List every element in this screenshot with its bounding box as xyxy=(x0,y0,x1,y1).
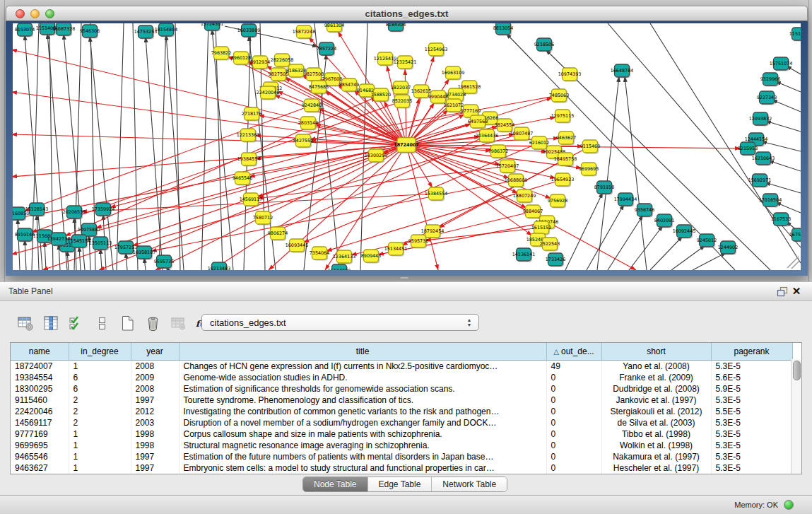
cell-year[interactable]: 2003 xyxy=(131,417,179,428)
graph-edge[interactable] xyxy=(24,105,312,211)
cell-pagerank[interactable]: 5.3E-5 xyxy=(711,361,792,373)
graph-node[interactable]: 7963822 xyxy=(211,47,231,61)
graph-edge[interactable] xyxy=(360,23,367,270)
graph-edge[interactable] xyxy=(768,160,801,171)
graph-node[interactable]: 7354064 xyxy=(310,247,329,261)
graph-node[interactable]: 18154804 xyxy=(155,23,178,37)
memory-status-led-icon[interactable] xyxy=(784,500,794,510)
column-header-out_de[interactable]: △out_de... xyxy=(546,343,601,361)
graph-node[interactable]: 11254963 xyxy=(425,43,448,57)
graph-node[interactable]: 16648784 xyxy=(611,64,634,78)
table-row[interactable]: 1456911722003Disruption of a novel membe… xyxy=(11,417,792,428)
cell-pagerank[interactable]: 5.5E-5 xyxy=(711,406,792,417)
graph-edge[interactable] xyxy=(201,23,208,270)
graph-edge[interactable] xyxy=(597,76,619,270)
graph-node[interactable]: 8193074 xyxy=(15,23,35,37)
graph-node[interactable]: 2803144 xyxy=(298,117,318,131)
graph-node[interactable]: 8919144 xyxy=(15,228,35,243)
graph-node[interactable]: 9115460 xyxy=(580,140,600,154)
cell-out_de[interactable]: 0 xyxy=(546,372,601,383)
cell-out_de[interactable]: 0 xyxy=(546,451,601,462)
cell-short[interactable]: Franke et al. (2009) xyxy=(601,372,711,383)
cell-name[interactable]: 9463627 xyxy=(11,462,69,474)
graph-edge[interactable] xyxy=(625,76,647,270)
graph-node[interactable]: 12325421 xyxy=(394,56,417,70)
graph-node[interactable]: 20206535 xyxy=(63,206,86,220)
graph-edge[interactable] xyxy=(74,23,81,270)
cell-short[interactable]: Yano et al. (2008) xyxy=(601,361,711,373)
graph-node[interactable]: 7580712 xyxy=(253,211,273,226)
cell-name[interactable]: 9465546 xyxy=(11,451,69,462)
network-canvas[interactable]: 7963822 8960128 8912934 28226058 9827505… xyxy=(13,23,801,270)
cell-year[interactable]: 2008 xyxy=(131,361,179,373)
graph-node[interactable]: 9827508 xyxy=(304,68,324,82)
cell-title[interactable]: Estimation of the future numbers of pati… xyxy=(179,451,546,462)
table-row[interactable]: 1872400712008Changes of HCN gene express… xyxy=(11,361,792,373)
graph-edge[interactable] xyxy=(406,145,438,270)
table-row[interactable]: 946554611997Estimation of the future num… xyxy=(11,451,792,462)
graph-node[interactable]: 8960128 xyxy=(231,52,251,66)
graph-node[interactable]: 2522543 xyxy=(540,238,560,252)
graph-node[interactable]: 9699695 xyxy=(579,163,599,177)
graph-edge[interactable] xyxy=(693,252,726,270)
cell-in_degree[interactable]: 1 xyxy=(69,440,131,451)
cell-in_degree[interactable]: 2 xyxy=(69,417,131,428)
graph-node[interactable]: 14136141 xyxy=(512,248,536,262)
graph-node[interactable]: 7857224 xyxy=(317,42,336,57)
graph-edge[interactable] xyxy=(406,145,741,148)
graph-node[interactable]: 8909443 xyxy=(361,250,381,264)
cell-title[interactable]: Genome-wide association studies in ADHD. xyxy=(179,372,546,383)
cell-pagerank[interactable]: 5.3E-5 xyxy=(711,417,792,428)
graph-node[interactable]: 10213483 xyxy=(208,262,231,270)
cell-pagerank[interactable]: 5.3E-5 xyxy=(711,451,792,462)
graph-node[interactable]: 9227343 xyxy=(757,91,777,105)
table-row[interactable]: 1830029562008Estimation of significance … xyxy=(11,383,792,395)
graph-node[interactable]: 7485063 xyxy=(549,89,569,103)
graph-node[interactable]: 9595738 xyxy=(408,235,428,249)
cell-out_de[interactable]: 0 xyxy=(546,406,601,417)
graph-edge[interactable] xyxy=(67,250,69,270)
graph-edge[interactable] xyxy=(775,202,801,213)
table-row[interactable]: 969969511998Structural magnetic resonanc… xyxy=(11,440,792,451)
column-header-short[interactable]: short xyxy=(601,343,711,361)
graph-edge[interactable] xyxy=(13,49,406,145)
cell-out_de[interactable]: 0 xyxy=(546,417,601,428)
graph-edge[interactable] xyxy=(126,252,127,270)
cell-short[interactable]: Hescheler et al. (1997) xyxy=(601,462,711,474)
cell-title[interactable]: Changes of HCN gene expression and I(f) … xyxy=(179,361,546,373)
cell-short[interactable]: Jankovic et al. (1997) xyxy=(601,395,711,406)
graph-node[interactable]: 16093445 xyxy=(286,239,309,253)
cell-out_de[interactable]: 0 xyxy=(546,428,601,440)
cell-short[interactable]: Tibbo et al. (1998) xyxy=(601,428,711,440)
column-header-pagerank[interactable]: pagerank xyxy=(711,343,792,361)
graph-node[interactable]: 15751074 xyxy=(770,57,793,71)
graph-node[interactable]: 12364133 xyxy=(333,250,356,264)
graph-node[interactable]: 8813054 xyxy=(493,23,513,36)
cell-year[interactable]: 2012 xyxy=(131,406,179,417)
cell-short[interactable]: Wolkin et al. (1998) xyxy=(601,440,711,451)
graph-node[interactable]: 15720407 xyxy=(496,160,519,174)
cell-short[interactable]: Nakamura et al. (1997) xyxy=(601,451,711,462)
cell-year[interactable]: 1997 xyxy=(131,451,179,462)
tab-node-table[interactable]: Node Table xyxy=(303,477,368,491)
cell-year[interactable]: 1997 xyxy=(131,395,179,406)
graph-edge[interactable] xyxy=(258,166,507,199)
cell-year[interactable]: 1998 xyxy=(131,428,179,440)
cell-pagerank[interactable]: 5.3E-5 xyxy=(711,462,792,474)
float-window-icon[interactable] xyxy=(775,285,789,298)
tab-network-table[interactable]: Network Table xyxy=(432,477,507,491)
graph-node[interactable]: 9465546 xyxy=(233,172,252,186)
graph-edge[interactable] xyxy=(775,81,801,92)
graph-node[interactable]: 14569117 xyxy=(240,193,263,207)
graph-node[interactable]: 8522035 xyxy=(392,95,412,109)
graph-node[interactable]: 16092445 xyxy=(673,225,696,239)
graph-node[interactable]: 1733426 xyxy=(546,253,565,267)
cell-short[interactable]: de Silva et al. (2003) xyxy=(601,417,711,428)
table-row[interactable]: 946362711997Embryonic stem cells: a mode… xyxy=(11,462,792,474)
show-columns-icon[interactable] xyxy=(42,315,59,332)
column-header-title[interactable]: title xyxy=(179,343,546,361)
delete-column-icon[interactable] xyxy=(144,315,161,332)
graph-node[interactable]: 9546306 xyxy=(80,25,100,39)
graph-edge[interactable] xyxy=(100,248,102,270)
graph-node[interactable]: 16963109 xyxy=(442,66,465,81)
